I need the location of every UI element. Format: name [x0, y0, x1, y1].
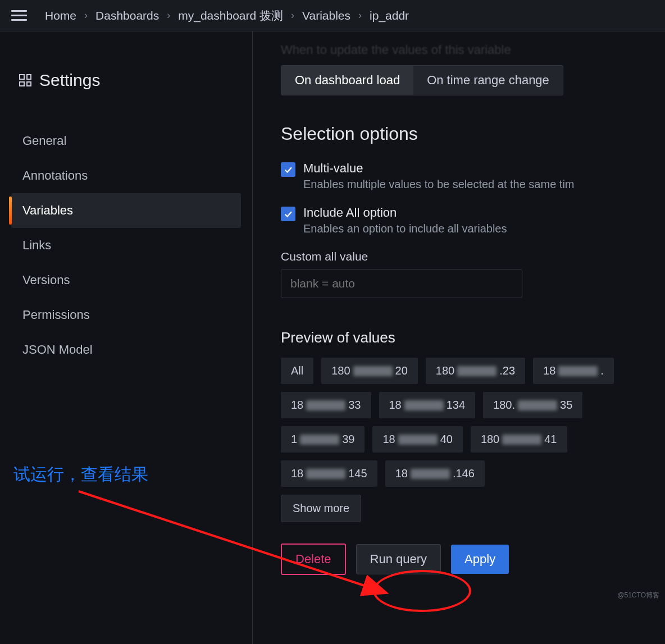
custom-all-value-label: Custom all value [281, 250, 665, 263]
settings-grid-icon [19, 74, 31, 86]
crumb-variable-name[interactable]: ip_addr [370, 9, 409, 22]
include-all-checkbox[interactable] [281, 207, 295, 221]
sidebar-item-versions[interactable]: Versions [11, 263, 241, 298]
multi-value-checkbox[interactable] [281, 162, 295, 177]
crumb-home[interactable]: Home [45, 9, 76, 22]
sidebar-item-annotations[interactable]: Annotations [11, 158, 241, 193]
sidebar-item-permissions[interactable]: Permissions [11, 298, 241, 332]
sidebar-item-variables[interactable]: Variables [11, 193, 241, 228]
apply-button[interactable]: Apply [451, 545, 509, 574]
sidebar-item-json-model[interactable]: JSON Model [11, 332, 241, 367]
crumb-variables[interactable]: Variables [302, 9, 350, 22]
preview-value-chip: 180.35 [483, 392, 582, 418]
watermark: @51CTO博客 [617, 591, 659, 600]
toggle-on-time-range-change[interactable]: On time range change [413, 66, 563, 95]
preview-value-chip: 1833 [281, 392, 371, 418]
crumb-dashboards[interactable]: Dashboards [95, 9, 159, 22]
multi-value-label: Multi-value [303, 161, 574, 176]
preview-value-chip: 18134 [379, 392, 476, 418]
custom-all-value-input[interactable] [281, 269, 522, 298]
preview-value-chip: 18.146 [385, 460, 485, 487]
preview-value-chip: 1840 [372, 426, 463, 453]
hamburger-menu-icon[interactable] [11, 7, 28, 24]
page-title: Settings [39, 71, 100, 90]
annotation-label: 试运行，查看结果 [13, 463, 148, 486]
preview-value-chip: 180.23 [426, 358, 525, 384]
selection-options-heading: Selection options [281, 124, 665, 144]
preview-heading: Preview of values [281, 329, 665, 346]
chevron-right-icon: › [291, 10, 294, 21]
sidebar-item-links[interactable]: Links [11, 228, 241, 263]
refresh-toggle: On dashboard load On time range change [281, 65, 563, 95]
breadcrumb: Home › Dashboards › my_dashboard 拨测 › Va… [45, 8, 409, 24]
chevron-right-icon: › [167, 10, 170, 21]
include-all-desc: Enables an option to include all variabl… [303, 222, 507, 235]
preview-value-chip: 18. [533, 358, 614, 384]
crumb-dashboard-name[interactable]: my_dashboard 拨测 [178, 8, 283, 24]
preview-value-chip: All [281, 358, 313, 384]
chevron-right-icon: › [358, 10, 362, 21]
sidebar-item-general[interactable]: General [11, 124, 241, 158]
delete-button[interactable]: Delete [281, 543, 346, 575]
preview-value-chip: 18041 [471, 426, 567, 453]
multi-value-desc: Enables multiple values to be selected a… [303, 178, 574, 191]
preview-value-chip: 18145 [281, 460, 377, 487]
include-all-label: Include All option [303, 205, 507, 220]
run-query-button[interactable]: Run query [356, 544, 441, 574]
preview-value-chip: 18020 [321, 358, 418, 384]
refresh-help-text: When to update the values of this variab… [281, 43, 665, 57]
chevron-right-icon: › [84, 10, 88, 21]
toggle-on-dashboard-load[interactable]: On dashboard load [281, 66, 413, 95]
show-more-button[interactable]: Show more [281, 495, 361, 522]
preview-value-chip: 139 [281, 426, 365, 453]
